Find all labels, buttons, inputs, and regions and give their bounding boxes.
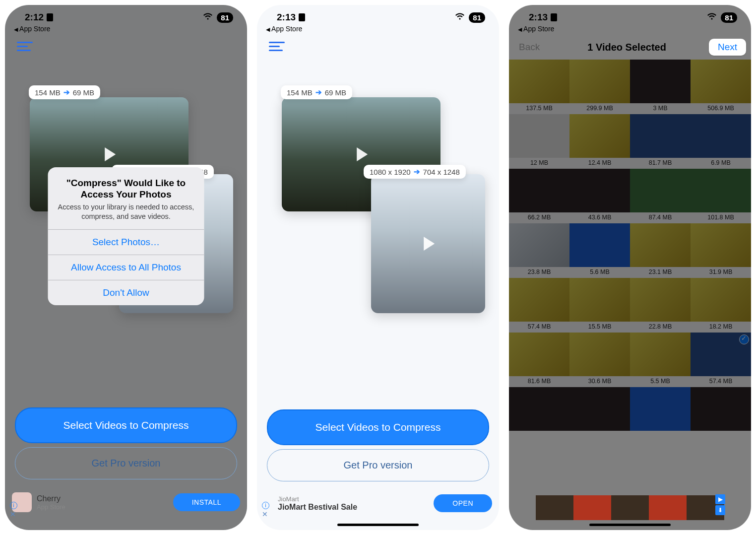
back-button[interactable]: Back xyxy=(514,39,545,56)
menu-icon[interactable] xyxy=(269,42,286,53)
alert-option-select-photos[interactable]: Select Photos… xyxy=(48,229,204,255)
ad-cta-button[interactable]: INSTALL xyxy=(173,493,240,511)
battery-badge: 81 xyxy=(217,12,233,23)
wifi-icon xyxy=(455,12,465,23)
get-pro-button[interactable]: Get Pro version xyxy=(15,447,237,479)
hero-card-portrait xyxy=(371,174,485,313)
card-icon xyxy=(551,13,557,21)
ad-title: JioMart Bestival Sale xyxy=(278,503,429,512)
alert-option-allow-all[interactable]: Allow Access to All Photos xyxy=(48,255,204,280)
size-to: 69 MB xyxy=(325,88,346,97)
status-bar: 2:13 81 xyxy=(509,5,751,25)
phone-screen-3: 2:13 81 App Store Back 1 Video Selected … xyxy=(509,5,751,530)
ad-close-icon[interactable]: ✕ xyxy=(10,510,16,518)
ad-download-icon[interactable]: ⬇ xyxy=(715,505,725,515)
size-from: 154 MB xyxy=(35,88,61,97)
battery-badge: 81 xyxy=(721,12,737,23)
back-to-appstore[interactable]: App Store xyxy=(257,25,499,36)
resolution-label: 1080 x 1920 ➔ 704 x 1248 xyxy=(364,165,466,179)
size-label: 154 MB ➔ 69 MB xyxy=(29,85,100,99)
arrow-icon: ➔ xyxy=(315,88,322,97)
phone-screen-2: 2:13 81 App Store 154 MB ➔ 69 MB 1080 x … xyxy=(257,5,499,530)
hero-graphic: 154 MB ➔ 69 MB 1080 x 1920 ➔ 704 x 1248 xyxy=(267,58,489,405)
home-indicator xyxy=(337,524,419,526)
card-icon xyxy=(47,13,53,21)
res-from: 1080 x 1920 xyxy=(370,168,411,176)
ad-banner[interactable]: i ✕ Cherry App Store INSTALL xyxy=(5,488,247,521)
select-videos-button[interactable]: Select Videos to Compress xyxy=(15,407,237,443)
back-to-appstore[interactable]: App Store xyxy=(509,25,751,36)
status-bar: 2:12 81 xyxy=(5,5,247,25)
menu-icon[interactable] xyxy=(17,42,34,53)
selection-title: 1 Video Selected xyxy=(587,42,666,53)
alert-message: Access to your library is needed to acce… xyxy=(57,202,195,221)
selection-header: Back 1 Video Selected Next xyxy=(509,36,751,60)
ad-banner[interactable]: ▶ ⬇ xyxy=(536,495,724,520)
size-to: 69 MB xyxy=(73,88,94,97)
phone-screen-1: 2:12 81 App Store 154 MB ➔ 69 MB 1080 x … xyxy=(5,5,247,530)
wifi-icon xyxy=(707,12,717,23)
ad-close-icon[interactable]: ✕ xyxy=(262,510,268,518)
ad-title: Cherry xyxy=(37,494,168,503)
status-time: 2:13 xyxy=(529,12,548,23)
ad-info-icon[interactable]: i xyxy=(10,502,17,509)
select-videos-button[interactable]: Select Videos to Compress xyxy=(267,409,489,445)
status-time: 2:12 xyxy=(25,12,44,23)
ad-subtitle: JioMart xyxy=(278,495,429,503)
card-icon xyxy=(299,13,305,21)
ad-cta-button[interactable]: OPEN xyxy=(434,494,492,512)
ad-subtitle: App Store xyxy=(37,503,168,511)
photo-permission-alert: "Compress" Would Like to Access Your Pho… xyxy=(48,167,204,305)
arrow-icon: ➔ xyxy=(414,167,420,176)
alert-option-dont-allow[interactable]: Don't Allow xyxy=(48,280,204,305)
status-bar: 2:13 81 xyxy=(257,5,499,25)
size-from: 154 MB xyxy=(287,88,313,97)
back-to-appstore[interactable]: App Store xyxy=(5,25,247,36)
arrow-icon: ➔ xyxy=(63,88,70,97)
res-to: 704 x 1248 xyxy=(423,168,460,176)
ad-info-icon[interactable]: ▶ xyxy=(715,494,725,504)
get-pro-button[interactable]: Get Pro version xyxy=(267,449,489,481)
battery-badge: 81 xyxy=(469,12,485,23)
ad-banner[interactable]: i ✕ JioMart JioMart Bestival Sale OPEN xyxy=(257,490,499,521)
wifi-icon xyxy=(203,12,213,23)
status-time: 2:13 xyxy=(277,12,296,23)
screen-dimmer xyxy=(509,5,751,530)
alert-title: "Compress" Would Like to Access Your Pho… xyxy=(57,177,195,201)
ad-info-icon[interactable]: i xyxy=(262,502,269,509)
size-label: 154 MB ➔ 69 MB xyxy=(281,85,352,99)
next-button[interactable]: Next xyxy=(709,39,746,56)
